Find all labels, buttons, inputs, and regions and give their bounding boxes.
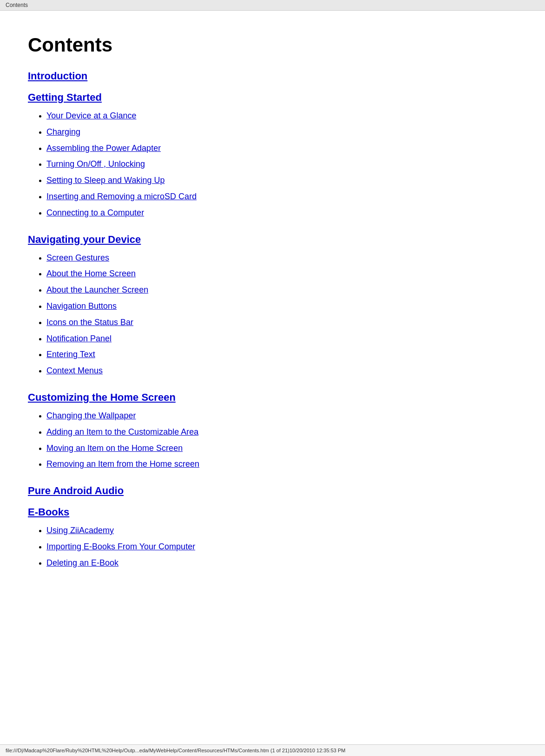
page-content: Contents IntroductionGetting StartedYour… <box>0 11 545 612</box>
list-item: Connecting to a Computer <box>46 206 517 220</box>
section-introduction: Introduction <box>28 70 517 82</box>
list-item: Entering Text <box>46 348 517 361</box>
toc-link-getting-started-4[interactable]: Setting to Sleep and Waking Up <box>46 176 165 185</box>
section-heading-introduction[interactable]: Introduction <box>28 70 517 82</box>
list-item: Assembling the Power Adapter <box>46 142 517 155</box>
toc-link-customizing-the-home-screen-0[interactable]: Changing the Wallpaper <box>46 411 136 420</box>
toc-link-navigating-your-device-0[interactable]: Screen Gestures <box>46 253 109 262</box>
status-bar-text: file:///D|/Madcap%20Flare/Ruby%20HTML%20… <box>6 748 345 753</box>
toc-link-getting-started-6[interactable]: Connecting to a Computer <box>46 208 144 217</box>
section-heading-e-books[interactable]: E-Books <box>28 506 517 518</box>
toc-link-navigating-your-device-3[interactable]: Navigation Buttons <box>46 301 117 311</box>
toc-link-e-books-2[interactable]: Deleting an E-Book <box>46 558 118 567</box>
list-item: Removing an Item from the Home screen <box>46 457 517 471</box>
toc-list-e-books: Using ZiiAcademyImporting E-Books From Y… <box>46 524 517 569</box>
browser-tab: Contents <box>0 0 545 11</box>
toc-link-navigating-your-device-5[interactable]: Notification Panel <box>46 334 112 343</box>
section-e-books: E-Books Using ZiiAcademyImporting E-Book… <box>28 506 517 569</box>
toc-list-navigating-your-device: Screen GesturesAbout the Home Screen Abo… <box>46 251 517 378</box>
toc-link-e-books-0[interactable]: Using ZiiAcademy <box>46 526 114 535</box>
list-item: Your Device at a Glance <box>46 109 517 123</box>
sections-container: IntroductionGetting StartedYour Device a… <box>28 70 517 570</box>
list-item: Notification Panel <box>46 332 517 345</box>
section-pure-android-audio: Pure Android Audio <box>28 485 517 497</box>
toc-link-navigating-your-device-2[interactable]: About the Launcher Screen <box>46 285 148 294</box>
toc-link-customizing-the-home-screen-2[interactable]: Moving an Item on the Home Screen <box>46 443 183 453</box>
toc-link-getting-started-0[interactable]: Your Device at a Glance <box>46 111 136 120</box>
toc-list-getting-started: Your Device at a GlanceChargingAssemblin… <box>46 109 517 220</box>
toc-link-navigating-your-device-7[interactable]: Context Menus <box>46 366 103 375</box>
list-item: Adding an Item to the Customizable Area <box>46 425 517 439</box>
browser-tab-label: Contents <box>6 2 28 8</box>
section-navigating-your-device: Navigating your DeviceScreen GesturesAbo… <box>28 234 517 378</box>
toc-list-customizing-the-home-screen: Changing the Wallpaper Adding an Item to… <box>46 409 517 471</box>
list-item: Changing the Wallpaper <box>46 409 517 423</box>
list-item: Deleting an E-Book <box>46 556 517 570</box>
list-item: Screen Gestures <box>46 251 517 265</box>
status-bar: file:///D|/Madcap%20Flare/Ruby%20HTML%20… <box>0 744 545 756</box>
section-customizing-the-home-screen: Customizing the Home ScreenChanging the … <box>28 391 517 471</box>
list-item: Using ZiiAcademy <box>46 524 517 537</box>
list-item: Turning On/Off , Unlocking <box>46 157 517 171</box>
toc-link-navigating-your-device-1[interactable]: About the Home Screen <box>46 269 136 278</box>
list-item: Context Menus <box>46 364 517 378</box>
section-heading-getting-started[interactable]: Getting Started <box>28 91 517 104</box>
toc-link-getting-started-1[interactable]: Charging <box>46 127 80 137</box>
section-heading-navigating-your-device[interactable]: Navigating your Device <box>28 234 517 246</box>
toc-link-e-books-1[interactable]: Importing E-Books From Your Computer <box>46 542 195 551</box>
list-item: Charging <box>46 125 517 139</box>
page-title: Contents <box>28 34 517 56</box>
toc-link-customizing-the-home-screen-1[interactable]: Adding an Item to the Customizable Area <box>46 427 198 437</box>
section-heading-pure-android-audio[interactable]: Pure Android Audio <box>28 485 517 497</box>
toc-link-customizing-the-home-screen-3[interactable]: Removing an Item from the Home screen <box>46 459 199 469</box>
list-item: Setting to Sleep and Waking Up <box>46 174 517 187</box>
list-item: Importing E-Books From Your Computer <box>46 540 517 554</box>
list-item: Moving an Item on the Home Screen <box>46 442 517 455</box>
section-heading-customizing-the-home-screen[interactable]: Customizing the Home Screen <box>28 391 517 404</box>
list-item: About the Launcher Screen <box>46 283 517 297</box>
toc-link-getting-started-2[interactable]: Assembling the Power Adapter <box>46 143 161 153</box>
list-item: Navigation Buttons <box>46 300 517 313</box>
list-item: Inserting and Removing a microSD Card <box>46 190 517 203</box>
section-getting-started: Getting StartedYour Device at a GlanceCh… <box>28 91 517 220</box>
toc-link-getting-started-3[interactable]: Turning On/Off , Unlocking <box>46 159 145 169</box>
list-item: About the Home Screen <box>46 267 517 280</box>
toc-link-navigating-your-device-4[interactable]: Icons on the Status Bar <box>46 318 133 327</box>
toc-link-navigating-your-device-6[interactable]: Entering Text <box>46 350 95 359</box>
list-item: Icons on the Status Bar <box>46 316 517 329</box>
toc-link-getting-started-5[interactable]: Inserting and Removing a microSD Card <box>46 192 197 201</box>
